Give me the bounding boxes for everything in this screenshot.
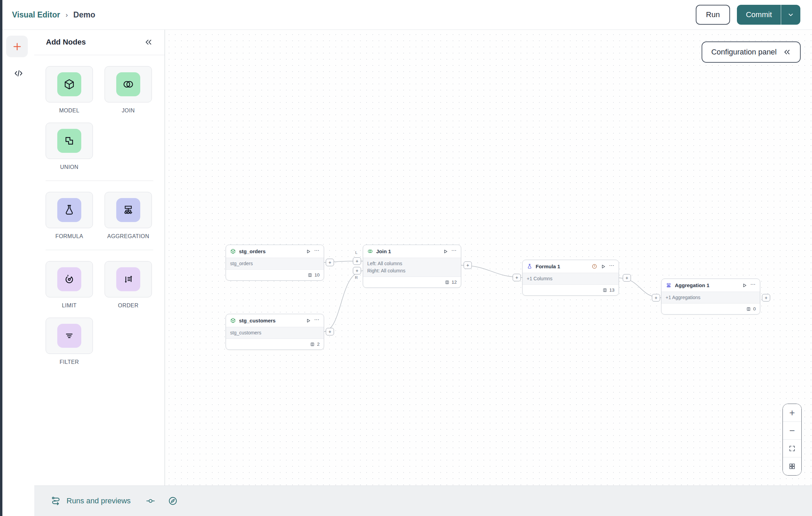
breadcrumb-separator-icon: › (65, 11, 68, 19)
tile-union[interactable]: UNION (46, 123, 93, 170)
columns-icon (308, 273, 312, 278)
node-run-button[interactable] (742, 283, 747, 288)
node-title: stg_customers (239, 318, 276, 323)
node-run-button[interactable] (443, 249, 448, 254)
tile-label: ORDER (118, 303, 139, 309)
compass-icon[interactable] (168, 496, 178, 506)
gauge-icon (63, 273, 75, 285)
grid-icon (788, 463, 796, 470)
port-aggregation-input[interactable]: + (652, 294, 660, 302)
runs-and-previews-label: Runs and previews (67, 496, 131, 505)
node-stg-orders[interactable]: stg_orders ⋯ stg_orders 10 (226, 245, 324, 281)
configuration-panel-toggle[interactable]: Configuration panel (702, 41, 801, 63)
breadcrumb-visual-editor[interactable]: Visual Editor (12, 10, 60, 20)
tile-label: FILTER (60, 359, 79, 365)
node-footer: 0 (661, 304, 760, 314)
port-join-right-input[interactable]: + (353, 267, 361, 274)
node-body-line: stg_orders (230, 260, 320, 267)
add-nodes-header: Add Nodes (34, 29, 165, 55)
node-header: Join 1 ⋯ (363, 245, 461, 258)
port-formula-input[interactable]: + (513, 274, 521, 281)
commit-dropdown-button[interactable] (781, 5, 800, 25)
node-menu-button[interactable]: ⋯ (609, 264, 614, 269)
add-node-button[interactable] (6, 36, 28, 57)
node-title: Aggregation 1 (675, 282, 709, 288)
node-body-line: +1 Columns (527, 275, 614, 282)
tile-aggregation[interactable]: AGGREGATION (105, 192, 152, 239)
commit-button[interactable]: Commit (737, 5, 781, 25)
canvas-controls: + − (783, 404, 802, 476)
column-count: 2 (317, 342, 320, 347)
join-left-port-label: L (355, 250, 357, 255)
node-title: stg_orders (239, 248, 266, 254)
breadcrumb: Visual Editor › Demo (12, 10, 95, 20)
node-body-line: Right: All columns (367, 267, 457, 274)
plus-icon (12, 41, 22, 52)
node-body-line: Left: All columns (367, 260, 457, 267)
route-icon (51, 496, 61, 506)
tile-limit[interactable]: LIMIT (46, 261, 93, 309)
node-body-line: +1 Aggregations (666, 294, 756, 301)
flask-icon (527, 263, 533, 269)
join-icon (367, 248, 373, 254)
chevron-down-icon (787, 11, 794, 18)
node-aggregation-1[interactable]: Aggregation 1 ⋯ +1 Aggregations 0 (661, 279, 760, 315)
node-join-1[interactable]: Join 1 ⋯ Left: All columns Right: All co… (363, 245, 461, 288)
tile-order[interactable]: ORDER (105, 261, 152, 309)
node-run-button[interactable] (306, 318, 311, 323)
cube-icon (63, 78, 75, 90)
node-footer: 10 (226, 270, 324, 280)
header-actions: Run Commit (696, 5, 800, 25)
add-nodes-panel: Add Nodes MODEL JOIN UNION (34, 29, 165, 486)
port-join-left-input[interactable]: + (353, 257, 361, 265)
node-body: +1 Aggregations (661, 292, 760, 304)
window-edge (0, 0, 2, 516)
node-body: +1 Columns (523, 273, 619, 285)
tile-label: JOIN (122, 108, 135, 114)
sort-icon (122, 273, 134, 285)
node-body: stg_orders (226, 258, 324, 270)
column-count: 13 (609, 287, 614, 293)
warning-icon (592, 263, 597, 269)
node-run-button[interactable] (600, 264, 606, 269)
node-header: Formula 1 ⋯ (523, 260, 619, 273)
add-nodes-title: Add Nodes (46, 38, 86, 47)
tile-join[interactable]: JOIN (105, 66, 152, 114)
code-view-button[interactable] (2, 66, 34, 81)
port-join-output[interactable]: + (464, 261, 472, 269)
node-body-line: stg_customers (230, 329, 320, 336)
port-stg-orders-output[interactable]: + (326, 259, 334, 266)
node-run-button[interactable] (306, 249, 311, 254)
collapse-panel-button[interactable] (144, 38, 153, 47)
filter-icon (63, 330, 75, 342)
node-menu-button[interactable]: ⋯ (314, 318, 320, 323)
tile-filter[interactable]: FILTER (46, 318, 93, 365)
runs-and-previews-toggle[interactable]: Runs and previews (51, 496, 131, 506)
port-stg-customers-output[interactable]: + (326, 328, 334, 335)
tile-formula[interactable]: FORMULA (46, 192, 93, 239)
node-formula-1[interactable]: Formula 1 ⋯ +1 Columns 13 (522, 260, 619, 296)
zoom-in-button[interactable]: + (783, 404, 801, 422)
node-stg-customers[interactable]: stg_customers ⋯ stg_customers 2 (226, 314, 324, 350)
zoom-out-button[interactable]: − (783, 422, 801, 440)
columns-icon (445, 280, 450, 285)
node-footer: 12 (363, 277, 461, 287)
columns-icon (602, 288, 607, 293)
node-menu-button[interactable]: ⋯ (451, 249, 457, 254)
git-commit-icon[interactable] (146, 496, 155, 506)
node-menu-button[interactable]: ⋯ (750, 283, 756, 288)
aggregation-icon (666, 282, 672, 288)
node-header: stg_orders ⋯ (226, 245, 324, 258)
layout-grid-button[interactable] (783, 457, 801, 475)
tile-model[interactable]: MODEL (46, 66, 93, 114)
run-button[interactable]: Run (696, 5, 730, 25)
node-menu-button[interactable]: ⋯ (314, 249, 320, 254)
port-aggregation-output[interactable]: + (762, 294, 770, 302)
commit-split-button: Commit (737, 5, 800, 25)
fit-view-button[interactable] (783, 440, 801, 457)
node-header: stg_customers ⋯ (226, 314, 324, 327)
pipeline-canvas[interactable]: Configuration panel stg_orders ⋯ stg_ord… (165, 29, 812, 486)
port-formula-output[interactable]: + (623, 274, 631, 282)
join-icon (122, 78, 134, 90)
node-footer: 2 (226, 339, 324, 349)
